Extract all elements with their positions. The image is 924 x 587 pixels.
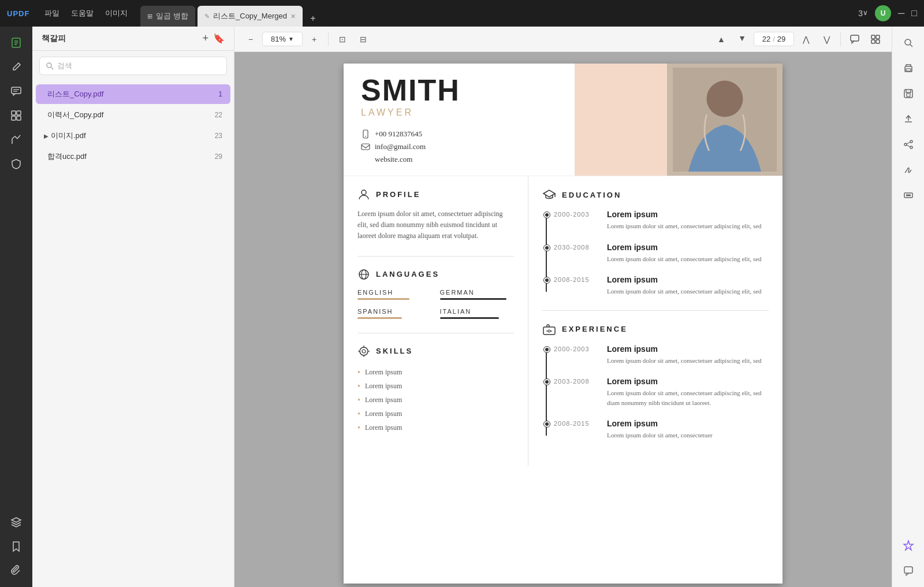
edu-content-1: Lorem ipsum Lorem ipsum dolor sit amet, … [607, 210, 769, 231]
sidebar-icon-layers[interactable] [5, 511, 28, 534]
menu-image[interactable]: 이미지 [99, 6, 133, 21]
file-item-1[interactable]: 리스트_Copy.pdf 1 [36, 84, 230, 104]
panel-actions: + 🔖 [202, 32, 225, 44]
right-export-btn[interactable] [897, 107, 920, 131]
svg-rect-15 [876, 35, 880, 39]
exp-title-2: Lorem ipsum [607, 377, 769, 386]
lang-german-bar [440, 298, 507, 300]
next-page-btn[interactable]: ▲ [733, 30, 751, 49]
right-save-btn[interactable] [897, 82, 920, 105]
tab-doc-close[interactable]: ✕ [290, 13, 296, 20]
menu-help[interactable]: 도움말 [65, 6, 99, 21]
sidebar-icon-pages[interactable] [5, 104, 28, 127]
maximize-btn[interactable]: □ [911, 8, 917, 18]
file-item-2[interactable]: 이력서_Copy.pdf 22 [36, 105, 230, 125]
toolbar: − 81% ▼ + ⊡ ⊟ ▲ ▲ 22 / 29 ⋀ ⋁ [234, 27, 892, 52]
tab-merge[interactable]: ⊞ 일곱 병합 [140, 6, 195, 27]
minimize-btn[interactable]: ─ [898, 8, 904, 18]
fit-width-btn[interactable]: ⊟ [354, 30, 372, 49]
panel-add-btn[interactable]: + [202, 32, 208, 44]
svg-rect-4 [12, 87, 21, 94]
sidebar-icon-attach[interactable] [5, 559, 28, 582]
education-timeline: 2000-2003 Lorem ipsum Lorem ipsum dolor … [542, 210, 769, 296]
pdf-email: info@gmail.com [361, 142, 557, 151]
divider-2 [357, 333, 514, 333]
lang-italian-bar [440, 317, 500, 319]
pdf-header: SMITH LAWYER +00 912837645 info@gmail.co… [344, 64, 783, 176]
right-ai-btn[interactable] [897, 534, 920, 557]
panel-bookmark-btn[interactable]: 🔖 [213, 33, 225, 44]
experience-title: EXPERIENCE [542, 322, 769, 336]
prev-page-btn[interactable]: ▲ [712, 30, 731, 49]
lang-spanish-bar [357, 317, 402, 319]
edu-desc-3: Lorem ipsum dolor sit amet, consectetuer… [607, 287, 769, 296]
right-sidebar [892, 27, 924, 587]
tab-add-button[interactable]: + [305, 10, 321, 27]
page-sep: / [773, 35, 775, 43]
page-total: 29 [777, 35, 785, 43]
sidebar-icon-protect[interactable] [5, 153, 28, 176]
exp-content-2: Lorem ipsum Lorem ipsum dolor sit amet, … [607, 377, 769, 407]
exp-title-1: Lorem ipsum [607, 344, 769, 354]
edu-date-3: 2008-2015 [554, 275, 600, 296]
right-redact-btn[interactable] [897, 184, 920, 207]
right-sign-btn[interactable] [897, 158, 920, 181]
sidebar-icon-edit[interactable] [5, 55, 28, 79]
right-share-btn[interactable] [897, 133, 920, 156]
svg-rect-52 [904, 567, 912, 573]
badge-count[interactable]: 3 ∨ [858, 9, 868, 18]
sidebar-icon-comment[interactable] [5, 80, 28, 103]
zoom-in-btn[interactable]: + [305, 30, 323, 49]
email-icon [361, 142, 370, 151]
svg-point-23 [362, 190, 366, 195]
user-avatar[interactable]: U [875, 5, 891, 21]
zoom-dropdown-icon: ▼ [288, 36, 294, 42]
pdf-header-left: SMITH LAWYER +00 912837645 info@gmail.co… [344, 64, 575, 176]
right-print-btn[interactable] [897, 57, 920, 80]
edu-content-3: Lorem ipsum Lorem ipsum dolor sit amet, … [607, 275, 769, 296]
svg-rect-8 [17, 111, 21, 115]
file-item-3[interactable]: ▶ 이미지.pdf 23 [36, 126, 230, 146]
file-item-3-expand[interactable]: ▶ [44, 133, 49, 139]
lang-italian: ITALIAN [440, 308, 515, 319]
menu-file[interactable]: 파일 [39, 6, 65, 21]
zoom-display[interactable]: 81% ▼ [262, 32, 303, 46]
left-icon-sidebar [0, 27, 32, 587]
sidebar-icon-bookmark[interactable] [5, 31, 28, 54]
layout-btn[interactable] [866, 30, 885, 49]
next-page-btn2[interactable]: ⋁ [817, 30, 836, 49]
file-item-2-name: 이력서_Copy.pdf [47, 110, 213, 120]
svg-rect-20 [362, 144, 370, 150]
svg-point-27 [360, 347, 368, 355]
edu-desc-1: Lorem ipsum dolor sit amet, consectetuer… [607, 221, 769, 231]
page-display[interactable]: 22 / 29 [754, 32, 794, 46]
tab-doc[interactable]: ✎ 리스트_Copy_Merged ✕ [198, 6, 303, 27]
skill-2: Lorem ipsum [357, 380, 514, 393]
lang-spanish: SPANISH [357, 308, 432, 319]
pdf-job-title: LAWYER [361, 107, 557, 118]
lang-german: GERMAN [440, 289, 515, 300]
languages-title: LANGUAGES [357, 268, 514, 281]
comment-btn[interactable] [845, 30, 864, 49]
svg-line-39 [910, 44, 912, 47]
lang-german-name: GERMAN [440, 289, 515, 296]
experience-section: EXPERIENCE 2000-2003 Lorem ipsum Lorem i… [542, 322, 769, 440]
file-panel: 책갈피 + 🔖 검색 리스트_Copy.pdf 1 이력서_Copy.pd [32, 27, 234, 587]
prev-page-btn2[interactable]: ⋀ [796, 30, 815, 49]
zoom-out-btn[interactable]: − [241, 30, 260, 49]
fit-page-btn[interactable]: ⊡ [333, 30, 352, 49]
right-search-btn[interactable] [897, 31, 920, 54]
search-box[interactable]: 검색 [39, 57, 227, 75]
right-chat-btn[interactable] [897, 559, 920, 582]
sidebar-icon-chart[interactable] [5, 128, 28, 151]
skill-3: Lorem ipsum [357, 393, 514, 407]
exp-date-2: 2003-2008 [554, 377, 600, 407]
sidebar-icon-bookmark2[interactable] [5, 535, 28, 558]
pdf-area[interactable]: SMITH LAWYER +00 912837645 info@gmail.co… [234, 52, 892, 587]
app-logo[interactable]: UPDF [7, 9, 29, 18]
file-item-1-name: 리스트_Copy.pdf [47, 89, 216, 99]
svg-rect-14 [871, 35, 875, 39]
file-item-4[interactable]: 합격ucc.pdf 29 [36, 147, 230, 166]
exp-title-3: Lorem ipsum [607, 419, 769, 428]
exp-date-1: 2000-2003 [554, 344, 600, 366]
